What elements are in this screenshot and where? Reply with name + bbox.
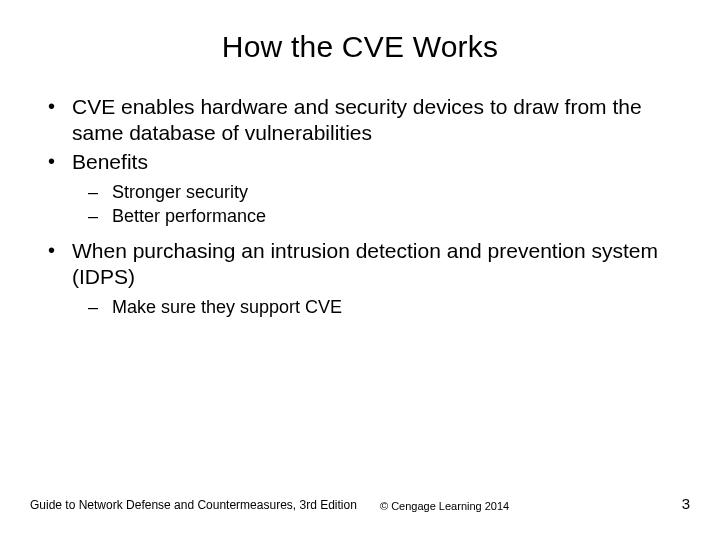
sub-bullet-list: Make sure they support CVE — [72, 296, 690, 319]
sub-bullet-item: Make sure they support CVE — [72, 296, 690, 319]
sub-bullet-text: Stronger security — [112, 182, 248, 202]
sub-bullet-item: Better performance — [72, 205, 690, 228]
slide-title: How the CVE Works — [0, 0, 720, 74]
footer-source: Guide to Network Defense and Countermeas… — [30, 498, 357, 512]
slide-body: CVE enables hardware and security device… — [0, 74, 720, 319]
bullet-text: Benefits — [72, 150, 148, 173]
bullet-item: Benefits Stronger security Better perfor… — [30, 149, 690, 228]
sub-bullet-item: Stronger security — [72, 181, 690, 204]
slide: How the CVE Works CVE enables hardware a… — [0, 0, 720, 540]
bullet-list: CVE enables hardware and security device… — [30, 94, 690, 319]
footer-copyright: © Cengage Learning 2014 — [380, 500, 509, 512]
page-number: 3 — [682, 495, 690, 512]
sub-bullet-text: Make sure they support CVE — [112, 297, 342, 317]
bullet-text: CVE enables hardware and security device… — [72, 95, 642, 144]
bullet-text: When purchasing an intrusion detection a… — [72, 239, 658, 288]
sub-bullet-list: Stronger security Better performance — [72, 181, 690, 228]
sub-bullet-text: Better performance — [112, 206, 266, 226]
bullet-item: When purchasing an intrusion detection a… — [30, 238, 690, 319]
bullet-item: CVE enables hardware and security device… — [30, 94, 690, 147]
